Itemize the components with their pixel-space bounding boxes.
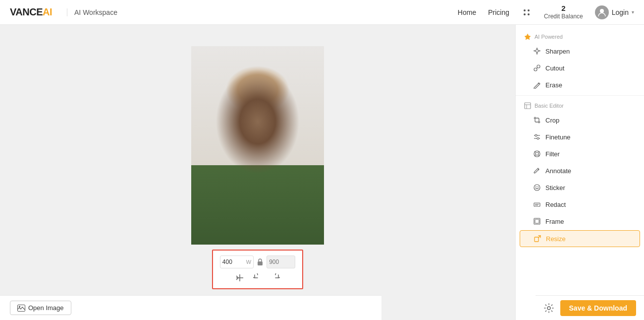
svg-point-51 [534, 185, 540, 191]
crop-label: Crop [545, 117, 559, 124]
svg-rect-5 [191, 46, 324, 245]
erase-icon [533, 80, 541, 89]
svg-point-26 [243, 141, 252, 148]
frame-label: Frame [545, 218, 564, 225]
bottom-right-actions: Save & Download [536, 295, 644, 320]
erase-label: Erase [545, 81, 562, 89]
frame-icon [533, 217, 541, 226]
svg-point-40 [537, 65, 540, 68]
sidebar-item-sharpen[interactable]: Sharpen [520, 43, 640, 59]
finetune-label: Finetune [545, 133, 571, 141]
sidebar-item-annotate[interactable]: Annotate [520, 163, 640, 179]
sidebar-item-crop[interactable]: Crop [520, 112, 640, 128]
svg-point-1 [528, 9, 530, 11]
resize-controls-box: W [212, 250, 303, 289]
credit-balance: 2 Credit Balance [544, 3, 583, 21]
header-nav: Home Pricing 2 Credit Balance Login ▾ [458, 3, 634, 21]
svg-point-8 [208, 170, 307, 245]
svg-rect-9 [229, 189, 239, 198]
rotate-right-button[interactable] [269, 272, 282, 283]
main-canvas-area: W [0, 25, 515, 320]
height-field[interactable] [267, 256, 295, 268]
width-field[interactable]: W [220, 256, 254, 268]
save-download-button[interactable]: Save & Download [560, 300, 636, 316]
lock-aspect-icon[interactable] [257, 258, 264, 266]
flip-horizontal-button[interactable] [233, 272, 246, 283]
nav-home[interactable]: Home [458, 8, 476, 16]
open-image-icon [17, 305, 25, 312]
height-input[interactable] [267, 258, 293, 265]
svg-point-33 [266, 149, 283, 159]
svg-rect-12 [271, 189, 281, 198]
user-login[interactable]: Login ▾ [595, 5, 634, 19]
sidebar-item-filter[interactable]: Filter [520, 146, 640, 162]
resize-icon [533, 234, 542, 243]
crop-icon [533, 116, 541, 125]
svg-point-47 [535, 134, 537, 136]
logo-vance: VANCE [10, 6, 43, 18]
svg-point-4 [600, 9, 604, 13]
sidebar-item-finetune[interactable]: Finetune [520, 129, 640, 145]
svg-rect-11 [257, 189, 267, 198]
svg-point-27 [263, 141, 272, 148]
sticker-icon [533, 183, 541, 192]
sidebar-item-sticker[interactable]: Sticker [520, 180, 640, 195]
svg-point-28 [246, 142, 251, 147]
login-chevron-icon: ▾ [632, 9, 634, 15]
svg-point-50 [536, 152, 538, 155]
sidebar-item-resize[interactable]: Resize [520, 230, 640, 247]
svg-rect-10 [243, 189, 253, 198]
nav-pricing[interactable]: Pricing [488, 8, 509, 16]
svg-point-29 [266, 142, 270, 147]
sidebar-item-frame[interactable]: Frame [520, 213, 640, 229]
login-label: Login [612, 8, 629, 16]
logo[interactable]: VANCEAI [10, 6, 52, 18]
open-image-button[interactable]: Open Image [10, 301, 71, 315]
svg-point-2 [524, 13, 526, 15]
svg-marker-38 [525, 34, 531, 40]
svg-point-24 [232, 116, 250, 130]
svg-rect-13 [236, 199, 246, 209]
credit-label: Credit Balance [544, 13, 583, 21]
redact-icon [533, 200, 541, 209]
ai-powered-section-icon [524, 33, 532, 41]
settings-button[interactable] [543, 303, 554, 314]
basic-editor-section-icon [524, 102, 532, 110]
svg-rect-42 [525, 103, 531, 109]
svg-rect-14 [250, 199, 260, 209]
svg-point-39 [534, 68, 537, 71]
sticker-label: Sticker [545, 184, 565, 192]
width-input[interactable] [220, 258, 246, 265]
sidebar-section-basic-editor: Basic Editor [516, 98, 644, 112]
svg-point-22 [222, 119, 244, 147]
logo-ai: AI [43, 6, 52, 18]
bottom-bar: Open Image [0, 295, 381, 320]
rotate-left-button[interactable] [251, 272, 264, 283]
filter-label: Filter [545, 150, 560, 158]
svg-point-53 [537, 187, 538, 188]
svg-rect-19 [251, 158, 265, 178]
svg-point-36 [19, 306, 20, 307]
svg-point-20 [232, 112, 283, 174]
sharpen-icon [533, 47, 541, 56]
filter-icon [533, 149, 541, 158]
svg-rect-7 [286, 46, 289, 245]
svg-point-3 [528, 13, 530, 15]
layout: W [0, 25, 644, 320]
sidebar-divider-1 [516, 95, 644, 96]
resize-label: Resize [546, 235, 566, 243]
svg-rect-18 [257, 210, 267, 220]
svg-rect-54 [534, 203, 540, 206]
annotate-label: Annotate [545, 167, 571, 175]
finetune-icon [533, 132, 541, 141]
resize-inputs-row: W [220, 256, 295, 268]
header: VANCEAI AI Workspace Home Pricing 2 Cred… [0, 0, 644, 25]
sidebar-section-ai-powered: AI Powered [516, 29, 644, 43]
more-apps-icon[interactable] [521, 7, 532, 18]
svg-rect-15 [264, 199, 274, 209]
sidebar-item-cutout[interactable]: Cutout [520, 60, 640, 76]
user-avatar-icon [595, 5, 609, 19]
svg-point-0 [524, 9, 526, 11]
sidebar-item-erase[interactable]: Erase [520, 77, 640, 93]
sidebar-item-redact[interactable]: Redact [520, 196, 640, 212]
